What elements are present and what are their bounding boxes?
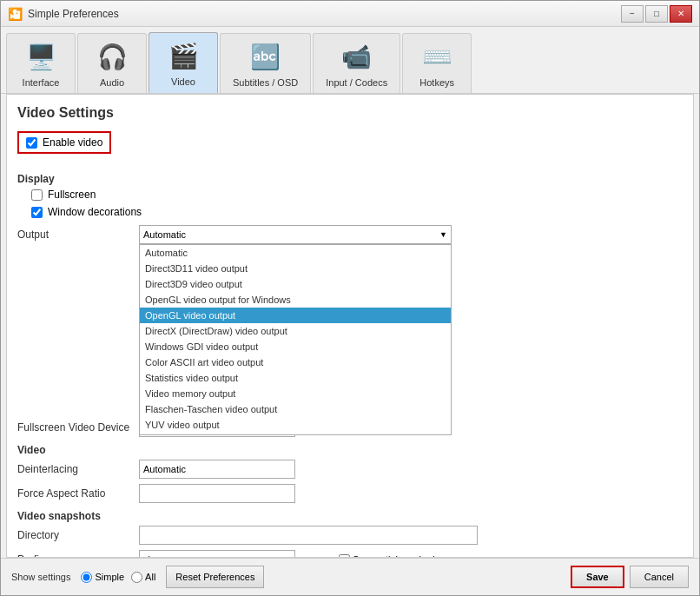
subtitles-icon: 🔤	[248, 39, 283, 74]
dropdown-item[interactable]: Direct3D9 video output	[140, 276, 451, 292]
dropdown-item[interactable]: Color ASCII art video output	[140, 354, 451, 370]
window-decorations-label[interactable]: Window decorations	[48, 206, 142, 218]
dropdown-item[interactable]: Direct3D11 video output	[140, 261, 451, 276]
tabs-area: 🖥️ Interface 🎧 Audio 🎬 Video 🔤 Subtitles…	[1, 27, 699, 94]
aspect-ratio-label: Force Aspect Ratio	[17, 487, 139, 500]
bottom-left: Show settings Simple All Reset Preferenc…	[11, 566, 264, 588]
enable-video-row: Enable video	[17, 131, 111, 154]
prefix-label: Prefix	[17, 553, 139, 558]
tab-hotkeys[interactable]: ⌨️ Hotkeys	[402, 33, 472, 93]
directory-row: Directory	[17, 526, 683, 545]
deinterlacing-label: Deinterlacing	[17, 463, 139, 475]
save-button[interactable]: Save	[571, 566, 624, 588]
window-deco-row: Window decorations	[31, 206, 683, 218]
fullscreen-label[interactable]: Fullscreen	[48, 189, 96, 201]
input-icon: 📹	[340, 39, 374, 74]
dropdown-item[interactable]: Statistics video output	[140, 370, 451, 386]
fullscreen-checkbox[interactable]	[31, 189, 43, 201]
tab-video-label: Video	[171, 76, 195, 87]
dropdown-item[interactable]: Automatic	[140, 245, 451, 261]
dropdown-item[interactable]: Windows GDI video output	[140, 339, 451, 354]
tab-audio[interactable]: 🎧 Audio	[77, 33, 147, 93]
aspect-ratio-input[interactable]	[139, 484, 295, 503]
deinterlacing-row: Deinterlacing	[17, 460, 683, 479]
close-button[interactable]: ✕	[670, 5, 692, 23]
tab-video[interactable]: 🎬 Video	[149, 32, 218, 93]
all-radio-label[interactable]: All	[131, 572, 155, 583]
deinterlacing-input[interactable]	[139, 460, 295, 479]
content-area: Video Settings Enable video Display Full…	[6, 94, 694, 558]
video-sublabel: Video	[17, 444, 683, 456]
audio-icon: 🎧	[95, 39, 129, 74]
tab-interface-label: Interface	[23, 77, 60, 88]
fullscreen-row: Fullscreen	[31, 189, 683, 201]
snapshots-label: Video snapshots	[17, 510, 683, 522]
aspect-ratio-row: Force Aspect Ratio	[17, 484, 683, 503]
output-row: Output Automatic ▼ Automatic Direct3D11 …	[17, 225, 683, 244]
enable-video-checkbox[interactable]	[26, 137, 37, 149]
vlc-logo-icon: 🎦	[8, 7, 23, 21]
sequential-checkbox[interactable]	[339, 554, 350, 559]
video-icon: 🎬	[166, 38, 201, 73]
prefix-input[interactable]	[139, 550, 295, 558]
tab-input[interactable]: 📹 Input / Codecs	[313, 33, 400, 93]
minimize-button[interactable]: −	[621, 5, 644, 23]
dropdown-item[interactable]: OpenGL video output for Windows	[140, 292, 451, 308]
tab-subtitles-label: Subtitles / OSD	[233, 77, 298, 88]
dropdown-item[interactable]: DirectX (DirectDraw) video output	[140, 323, 451, 339]
dropdown-item[interactable]: YUV video output	[140, 417, 451, 433]
output-dropdown[interactable]: Automatic ▼	[139, 225, 452, 244]
dropdown-item[interactable]: Flaschen-Taschen video output	[140, 401, 451, 417]
all-radio[interactable]	[131, 572, 142, 583]
output-value: Automatic	[143, 229, 186, 240]
maximize-button[interactable]: □	[645, 5, 668, 23]
interface-icon: 🖥️	[23, 39, 58, 74]
output-label: Output	[17, 228, 139, 241]
dropdown-item[interactable]: Dummy video output	[140, 433, 451, 435]
reset-button[interactable]: Reset Preferences	[166, 566, 264, 588]
dropdown-item[interactable]: Video memory output	[140, 386, 451, 401]
simple-label: Simple	[95, 572, 124, 582]
window-decorations-checkbox[interactable]	[31, 207, 43, 218]
radio-group: Simple All	[81, 572, 155, 583]
directory-input[interactable]	[139, 526, 478, 545]
simple-radio-label[interactable]: Simple	[81, 572, 124, 583]
directory-label: Directory	[17, 529, 139, 541]
tab-subtitles[interactable]: 🔤 Subtitles / OSD	[220, 33, 311, 93]
sequential-label[interactable]: Sequential numbering	[353, 554, 446, 558]
tab-hotkeys-label: Hotkeys	[419, 77, 454, 88]
enable-video-label[interactable]: Enable video	[43, 136, 102, 149]
dropdown-item-selected[interactable]: OpenGL video output	[140, 308, 451, 323]
output-dropdown-wrapper: Automatic ▼ Automatic Direct3D11 video o…	[139, 225, 452, 244]
tab-interface[interactable]: 🖥️ Interface	[6, 33, 76, 93]
title-left: 🎦 Simple Preferences	[8, 7, 119, 21]
cancel-button[interactable]: Cancel	[630, 566, 689, 588]
bottom-right: Save Cancel	[571, 566, 689, 588]
main-window: 🎦 Simple Preferences − □ ✕ 🖥️ Interface …	[0, 0, 700, 596]
fullscreen-device-label: Fullscreen Video Device	[17, 421, 139, 434]
dropdown-arrow-icon: ▼	[439, 230, 447, 239]
simple-radio[interactable]	[81, 572, 92, 583]
display-label: Display	[17, 173, 683, 185]
all-label: All	[145, 572, 155, 582]
output-dropdown-list[interactable]: Automatic Direct3D11 video output Direct…	[139, 244, 452, 435]
show-settings-label: Show settings	[11, 572, 70, 582]
hotkeys-icon: ⌨️	[419, 39, 454, 74]
section-title: Video Settings	[17, 105, 683, 121]
tab-audio-label: Audio	[100, 77, 124, 88]
title-controls: − □ ✕	[621, 5, 692, 23]
tab-input-label: Input / Codecs	[326, 77, 387, 88]
title-bar: 🎦 Simple Preferences − □ ✕	[1, 1, 699, 27]
bottom-bar: Show settings Simple All Reset Preferenc…	[1, 558, 699, 595]
prefix-row: Prefix Sequential numbering	[17, 550, 683, 558]
window-title: Simple Preferences	[28, 8, 119, 20]
